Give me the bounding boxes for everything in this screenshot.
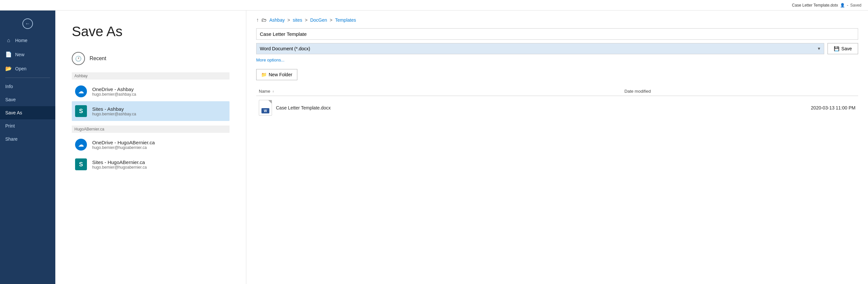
save-floppy-icon: 💾 [834, 46, 839, 51]
location-onedrive-hugo[interactable]: ☁ OneDrive - HugoABernier.ca hugo.bernie… [72, 135, 229, 154]
format-select[interactable]: Word Document (*.docx) Word 97-2003 Docu… [256, 43, 824, 54]
section-hugo: HugoABernier.ca [72, 126, 229, 133]
sites-ashbay-name: Sites - Ashbay [92, 106, 136, 112]
onedrive-ashbay-name: OneDrive - Ashbay [92, 86, 136, 92]
doc-filename: Case Letter Template.dotx [792, 3, 838, 7]
sidebar-print-label: Print [5, 123, 15, 129]
format-select-wrapper: Word Document (*.docx) Word 97-2003 Docu… [256, 43, 824, 54]
save-button[interactable]: 💾 Save [828, 43, 858, 54]
sidebar-save-label: Save [5, 97, 16, 102]
location-onedrive-ashbay[interactable]: ☁ OneDrive - Ashbay hugo.bernier@ashbay.… [72, 81, 229, 101]
file-table: Name ↑ Date modified W [256, 87, 858, 120]
home-icon: ⌂ [5, 37, 12, 43]
sites-hugo-email: hugo.bernier@hugoabernier.ca [92, 165, 147, 170]
doc-title-area: Case Letter Template.dotx 👤 - Saved [792, 3, 861, 7]
sidebar-item-save[interactable]: Save [0, 93, 55, 106]
open-icon: 📂 [5, 65, 12, 72]
recent-clock-icon: 🕐 [72, 52, 85, 65]
onedrive-hugo-email: hugo.bernier@hugoabernier.ca [92, 145, 155, 150]
sidebar-item-info[interactable]: Info [0, 80, 55, 93]
title-separator: - [847, 3, 848, 7]
title-bar: Case Letter Template.dotx 👤 - Saved [0, 0, 868, 10]
column-date-modified: Date modified [622, 87, 858, 96]
column-name[interactable]: Name ↑ [256, 87, 622, 96]
sites-ashbay-icon: S [74, 105, 88, 118]
breadcrumb-ashbay[interactable]: Ashbay [269, 17, 285, 23]
breadcrumb-sep1: > [287, 17, 290, 23]
new-folder-button[interactable]: 📁 New Folder [256, 69, 297, 80]
file-table-header: Name ↑ Date modified [256, 87, 858, 96]
more-options-link[interactable]: More options... [256, 58, 284, 63]
page-title: Save As [72, 24, 229, 39]
file-table-body: W Case Letter Template.docx 2020-03-13 1… [256, 96, 858, 120]
recent-item[interactable]: 🕐 Recent [72, 49, 229, 68]
onedrive-hugo-name: OneDrive - HugoABernier.ca [92, 140, 155, 145]
sidebar-item-new[interactable]: 📄 New [0, 47, 55, 62]
table-row[interactable]: W Case Letter Template.docx 2020-03-13 1… [256, 96, 858, 120]
format-row: Word Document (*.docx) Word 97-2003 Docu… [256, 43, 858, 54]
breadcrumb-sep3: > [330, 17, 332, 23]
back-button[interactable]: ← [0, 14, 55, 34]
file-row-name: W Case Letter Template.docx [259, 100, 619, 116]
sidebar-item-print[interactable]: Print [0, 119, 55, 133]
sidebar-info-label: Info [5, 84, 13, 89]
new-folder-icon: 📁 [261, 72, 267, 77]
filename-input[interactable] [256, 28, 858, 40]
onedrive-hugo-icon: ☁ [74, 138, 88, 151]
sidebar-divider [5, 78, 50, 78]
sites-hugo-icon: S [74, 158, 88, 171]
breadcrumb-sites[interactable]: sites [293, 17, 302, 23]
new-icon: 📄 [5, 51, 12, 58]
file-date-label: 2020-03-13 11:00 PM [811, 105, 856, 110]
breadcrumb-docgen[interactable]: DocGen [310, 17, 327, 23]
sidebar-home-label: Home [15, 38, 27, 43]
right-panel: ↑ 🗁 Ashbay > sites > DocGen > Templates … [246, 10, 868, 284]
sidebar: ← ⌂ Home 📄 New 📂 Open Info Save Save As … [0, 10, 55, 284]
breadcrumb: ↑ 🗁 Ashbay > sites > DocGen > Templates [256, 17, 858, 23]
onedrive-ashbay-icon: ☁ [74, 85, 88, 98]
location-sites-ashbay[interactable]: S Sites - Ashbay hugo.bernier@ashbay.ca [72, 101, 229, 121]
location-sites-hugo[interactable]: S Sites - HugoABernier.ca hugo.bernier@h… [72, 154, 229, 174]
file-name-label: Case Letter Template.docx [276, 105, 331, 110]
word-doc-icon: W [259, 100, 272, 116]
sidebar-item-save-as[interactable]: Save As [0, 106, 55, 119]
breadcrumb-folder-icon: 🗁 [261, 17, 267, 23]
people-icon: 👤 [840, 3, 845, 7]
sidebar-new-label: New [15, 52, 24, 57]
save-button-label: Save [841, 46, 852, 51]
breadcrumb-sep2: > [305, 17, 308, 23]
recent-label: Recent [90, 56, 106, 62]
sidebar-item-open[interactable]: 📂 Open [0, 62, 55, 76]
file-name-cell: W Case Letter Template.docx [256, 96, 622, 120]
breadcrumb-templates[interactable]: Templates [335, 17, 356, 23]
saved-status: Saved [850, 3, 861, 7]
onedrive-ashbay-email: hugo.bernier@ashbay.ca [92, 92, 136, 97]
new-folder-label: New Folder [269, 72, 292, 77]
sidebar-item-home[interactable]: ⌂ Home [0, 34, 55, 47]
sites-hugo-name: Sites - HugoABernier.ca [92, 159, 147, 165]
breadcrumb-up-icon[interactable]: ↑ [256, 17, 259, 23]
sidebar-open-label: Open [15, 66, 26, 71]
sidebar-share-label: Share [5, 136, 18, 142]
sites-ashbay-email: hugo.bernier@ashbay.ca [92, 112, 136, 116]
file-date-cell: 2020-03-13 11:00 PM [622, 96, 858, 120]
content-area: Save As 🕐 Recent Ashbay ☁ OneDrive - Ash… [55, 10, 868, 284]
sidebar-saveas-label: Save As [5, 110, 22, 115]
main-layout: ← ⌂ Home 📄 New 📂 Open Info Save Save As … [0, 10, 868, 284]
left-panel: Save As 🕐 Recent Ashbay ☁ OneDrive - Ash… [55, 10, 246, 284]
back-arrow-icon: ← [22, 19, 33, 29]
sort-arrow-icon: ↑ [272, 90, 274, 93]
section-ashbay: Ashbay [72, 72, 229, 79]
sidebar-item-share[interactable]: Share [0, 133, 55, 146]
